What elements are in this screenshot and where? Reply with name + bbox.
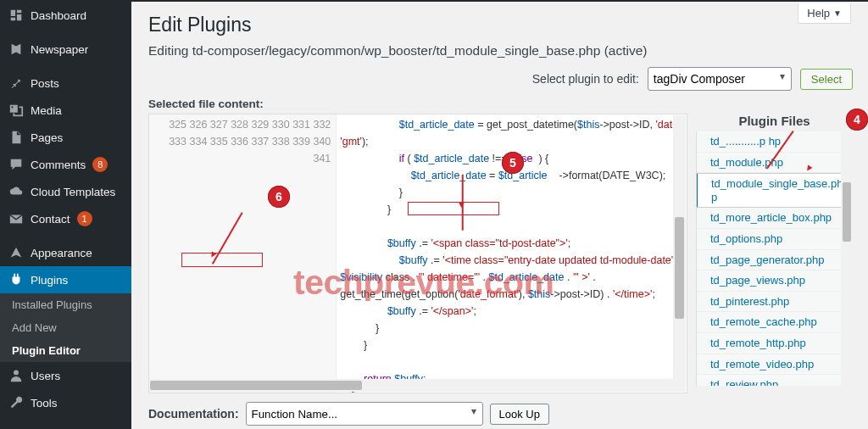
plugin-file-item[interactable]: td_module_single_base.php	[696, 173, 853, 208]
file-list-scrollbar[interactable]	[841, 131, 853, 386]
sidebar-item-label: Media	[31, 104, 62, 117]
sidebar-item-label: Appearance	[31, 247, 92, 259]
editing-path: Editing td-composer/legacy/common/wp_boo…	[148, 43, 853, 58]
plugin-file-list: td_...........p hptd_module.phptd_module…	[696, 131, 853, 386]
callout-5: 5	[502, 152, 524, 174]
plugin-file-item[interactable]: td_page_generator.php	[697, 250, 853, 271]
plugin-file-item[interactable]: td_page_views.php	[697, 270, 853, 292]
page-icon	[8, 130, 24, 145]
help-tab[interactable]: Help ▼	[798, 3, 851, 24]
plugin-file-item[interactable]: td_pinterest.php	[697, 292, 853, 313]
sidebar-item-label: Users	[31, 370, 60, 382]
line-gutter: 325 326 327 328 329 330 331 332 333 334 …	[149, 114, 337, 393]
callout-6: 6	[268, 186, 290, 208]
sidebar-item-label: Cloud Templates	[31, 186, 115, 198]
admin-sidebar: DashboardNewspaperPostsMediaPagesComment…	[0, 2, 131, 429]
sidebar-item-label: Plugins	[31, 274, 68, 287]
plugin-file-item[interactable]: td_...........p hp	[697, 131, 853, 153]
selected-file-label: Selected file content:	[148, 98, 264, 110]
plugin-file-item[interactable]: td_remote_video.php	[697, 354, 853, 376]
plugin-file-item[interactable]: td_more_article_box.php	[697, 208, 853, 229]
plugin-file-item[interactable]: td_remote_cache.php	[697, 312, 853, 333]
select-button[interactable]: Select	[800, 69, 853, 90]
editor-scrollbar-horizontal[interactable]	[150, 379, 673, 392]
sidebar-item-label: Contact	[31, 213, 70, 226]
plugin-file-item[interactable]: td_options.php	[697, 229, 853, 250]
documentation-label: Documentation:	[148, 407, 239, 421]
sidebar-item-label: Dashboard	[31, 9, 86, 22]
sidebar-item-comments[interactable]: Comments8	[0, 151, 131, 178]
sidebar-item-label: Comments	[31, 159, 86, 171]
arrow-5-head: ▼	[457, 196, 466, 213]
pin-icon	[8, 75, 24, 91]
sidebar-item-label: Pages	[31, 131, 63, 144]
svg-point-0	[11, 106, 13, 108]
sidebar-item-appearance[interactable]: Appearance	[0, 239, 131, 266]
plugin-icon	[8, 272, 24, 287]
newspaper-icon	[8, 42, 24, 57]
users-icon	[8, 368, 24, 383]
plugin-files-heading: Plugin Files	[696, 114, 853, 128]
sidebar-item-dashboard[interactable]: Dashboard	[0, 2, 131, 29]
sidebar-subitem-installed-plugins[interactable]: Installed Plugins	[0, 293, 131, 316]
lookup-button[interactable]: Look Up	[490, 404, 549, 425]
sidebar-item-newspaper[interactable]: Newspaper	[0, 36, 131, 63]
sidebar-item-label: Posts	[31, 77, 59, 90]
dashboard-icon	[8, 8, 24, 23]
chevron-down-icon: ▼	[833, 8, 842, 18]
sidebar-item-media[interactable]: Media	[0, 97, 131, 124]
tools-icon	[8, 395, 24, 410]
plugin-file-item[interactable]: td_review.php	[697, 375, 853, 386]
badge: 1	[77, 211, 92, 226]
select-plugin-label: Select plugin to edit:	[532, 72, 639, 86]
sidebar-item-contact[interactable]: Contact1	[0, 205, 131, 232]
sidebar-item-plugins[interactable]: Plugins	[0, 266, 131, 293]
sidebar-item-label: Tools	[31, 397, 58, 410]
sidebar-subitem-plugin-editor[interactable]: Plugin Editor	[0, 339, 131, 362]
plugin-select[interactable]: tagDiv Composer	[648, 67, 792, 91]
sidebar-subitem-add-new[interactable]: Add New	[0, 316, 131, 339]
comment-icon	[8, 157, 24, 172]
svg-point-1	[14, 370, 19, 375]
plugin-file-item[interactable]: td_remote_http.php	[697, 333, 853, 354]
cloud-icon	[8, 184, 24, 199]
documentation-select[interactable]: Function Name...	[246, 402, 483, 426]
sidebar-item-users[interactable]: Users	[0, 362, 131, 389]
sidebar-item-pages[interactable]: Pages	[0, 124, 131, 151]
sidebar-item-posts[interactable]: Posts	[0, 70, 131, 97]
appearance-icon	[8, 245, 24, 260]
code-editor[interactable]: 325 326 327 328 329 330 331 332 333 334 …	[148, 114, 687, 393]
sidebar-item-label: Newspaper	[31, 43, 88, 56]
mail-icon	[8, 211, 24, 226]
sidebar-item-cloud-templates[interactable]: Cloud Templates	[0, 178, 131, 205]
help-label: Help	[807, 7, 830, 20]
page-title: Edit Plugins	[148, 14, 853, 36]
sidebar-item-tools[interactable]: Tools	[0, 389, 131, 416]
badge: 8	[92, 157, 108, 172]
editor-scrollbar-vertical[interactable]	[673, 115, 686, 392]
callout-4: 4	[846, 109, 868, 131]
media-icon	[8, 103, 24, 118]
main-content: Help ▼ Edit Plugins Editing td-composer/…	[131, 2, 868, 429]
